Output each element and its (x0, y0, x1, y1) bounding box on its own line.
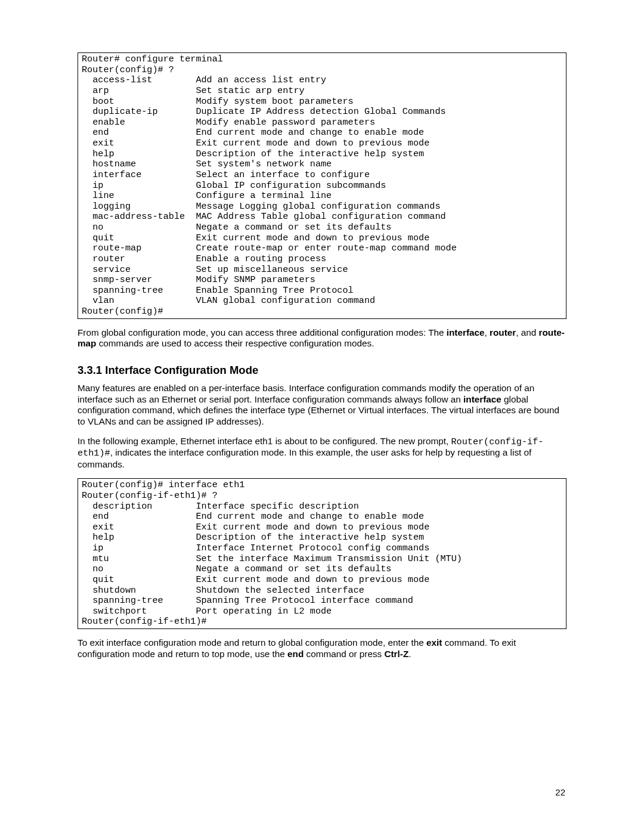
cli-indent (82, 159, 92, 170)
page-content: Router# configure terminalRouter(config)… (78, 52, 566, 659)
cli-command: exit (92, 522, 196, 533)
cli-indent (82, 117, 92, 128)
cli-indent (82, 265, 92, 275)
cli-command: logging (92, 202, 196, 212)
cli-indent (82, 554, 92, 565)
paragraph-example-intro: In the following example, Ethernet inter… (78, 436, 566, 470)
text: commands are used to access their respec… (96, 338, 374, 348)
cli-command: description (92, 501, 196, 512)
cli-command: exit (92, 138, 196, 149)
cli-indent (82, 243, 92, 254)
cli-help-row: exitExit current mode and down to previo… (82, 138, 562, 149)
cli-line: Router# configure terminal (82, 54, 562, 65)
cli-description: Enable Spanning Tree Protocol (196, 286, 562, 296)
cli-help-row: arpSet static arp entry (82, 86, 562, 97)
bold-ctrl-z: Ctrl-Z (384, 649, 408, 659)
bold-router: router (490, 327, 516, 337)
heading-interface-config-mode: 3.3.1 Interface Configuration Mode (78, 364, 566, 377)
cli-help-row: serviceSet up miscellaneous service (82, 265, 562, 275)
cli-description: Message Logging global configuration com… (196, 202, 562, 212)
cli-indent (82, 233, 92, 244)
cli-line: Router(config-if-eth1)# (82, 617, 562, 627)
cli-line: Router(config)# ? (82, 65, 562, 76)
cli-description: Select an interface to configure (196, 170, 562, 181)
cli-command: mtu (92, 554, 196, 565)
cli-command: service (92, 265, 196, 275)
cli-indent (82, 128, 92, 138)
text: From global configuration mode, you can … (78, 327, 447, 337)
cli-indent (82, 86, 92, 97)
cli-description: Shutdown the selected interface (196, 586, 562, 596)
cli-indent (82, 532, 92, 543)
cli-command: snmp-server (92, 275, 196, 286)
paragraph-interface-desc: Many features are enabled on a per-inter… (78, 383, 566, 428)
cli-description: Description of the interactive help syst… (196, 149, 562, 160)
cli-help-row: mtuSet the interface Maximum Transmissio… (82, 554, 562, 565)
cli-help-row: noNegate a command or set its defaults (82, 222, 562, 233)
cli-description: Exit current mode and down to previous m… (196, 575, 562, 586)
cli-indent (82, 254, 92, 265)
cli-help-row: enableModify enable password parameters (82, 117, 562, 128)
cli-description: Add an access list entry (196, 75, 562, 86)
cli-indent (82, 286, 92, 296)
cli-description: Negate a command or set its defaults (196, 222, 562, 233)
cli-command: line (92, 191, 196, 202)
cli-command: no (92, 222, 196, 233)
cli-indent (82, 107, 92, 117)
cli-indent (82, 501, 92, 512)
cli-description: Description of the interactive help syst… (196, 532, 562, 543)
cli-command: help (92, 532, 196, 543)
cli-help-row: mac-address-tableMAC Address Table globa… (82, 212, 562, 222)
text: To exit interface configuration mode and… (78, 637, 426, 648)
cli-help-row: helpDescription of the interactive help … (82, 532, 562, 543)
cli-help-row: access-listAdd an access list entry (82, 75, 562, 86)
cli-description: Modify enable password parameters (196, 117, 562, 128)
cli-command: vlan (92, 296, 196, 306)
cli-description: VLAN global configuration command (196, 296, 562, 306)
cli-indent (82, 596, 92, 606)
cli-help-row: route-mapCreate route-map or enter route… (82, 243, 562, 254)
cli-indent (82, 212, 92, 222)
cli-indent (82, 138, 92, 149)
cli-command: boot (92, 97, 196, 107)
cli-command: quit (92, 233, 196, 244)
cli-indent (82, 149, 92, 160)
cli-description: Set static arp entry (196, 86, 562, 97)
cli-description: End current mode and change to enable mo… (196, 512, 562, 522)
cli-indent (82, 222, 92, 233)
cli-indent (82, 543, 92, 554)
cli-help-row: ipInterface Internet Protocol config com… (82, 543, 562, 554)
cli-help-row: endEnd current mode and change to enable… (82, 128, 562, 138)
cli-help-row: spanning-treeEnable Spanning Tree Protoc… (82, 286, 562, 296)
cli-command: router (92, 254, 196, 265)
cli-description: Configure a terminal line (196, 191, 562, 202)
cli-help-row: quitExit current mode and down to previo… (82, 233, 562, 244)
cli-help-row: spanning-treeSpanning Tree Protocol inte… (82, 596, 562, 606)
cli-indent (82, 586, 92, 596)
cli-help-row: helpDescription of the interactive help … (82, 149, 562, 160)
cli-description: Negate a command or set its defaults (196, 564, 562, 575)
paragraph-exit-instructions: To exit interface configuration mode and… (78, 637, 566, 659)
cli-indent (82, 564, 92, 575)
text: , and (516, 327, 538, 337)
cli-help-row: ipGlobal IP configuration subcommands (82, 181, 562, 191)
cli-description: Set up miscellaneous service (196, 265, 562, 275)
cli-description: Set the interface Maximum Transmission U… (196, 554, 562, 565)
bold-interface-cmd: interface (463, 394, 501, 404)
cli-description: End current mode and change to enable mo… (196, 128, 562, 138)
cli-command: no (92, 564, 196, 575)
cli-command: spanning-tree (92, 596, 196, 606)
cli-description: Interface Internet Protocol config comma… (196, 543, 562, 554)
cli-description: Exit current mode and down to previous m… (196, 522, 562, 533)
cli-command: spanning-tree (92, 286, 196, 296)
cli-indent (82, 181, 92, 191)
text: command or press (304, 649, 384, 659)
cli-help-row: lineConfigure a terminal line (82, 191, 562, 202)
page-number: 22 (555, 787, 565, 797)
text: In the following example, Ethernet inter… (78, 436, 451, 446)
cli-command: help (92, 149, 196, 160)
cli-indent (82, 75, 92, 86)
cli-indent (82, 296, 92, 306)
cli-command: interface (92, 170, 196, 181)
bold-exit: exit (426, 637, 442, 648)
